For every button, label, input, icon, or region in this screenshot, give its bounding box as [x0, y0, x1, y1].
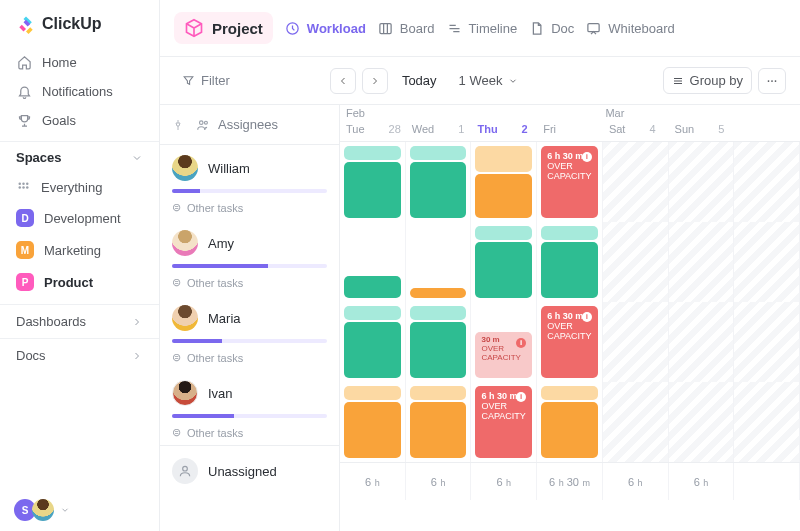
other-tasks-toggle[interactable]: ⊜Other tasks [172, 426, 327, 439]
day-cell[interactable] [669, 382, 735, 462]
task-block[interactable] [541, 226, 598, 240]
day-cell[interactable]: i 6 h 30 m OVER CAPACITY [471, 382, 537, 462]
day-cell[interactable] [734, 302, 800, 382]
other-tasks-toggle[interactable]: ⊜Other tasks [172, 276, 327, 289]
task-block[interactable] [410, 162, 467, 218]
day-cell[interactable] [406, 222, 472, 302]
day-cell[interactable] [471, 142, 537, 222]
day-cell[interactable] [340, 382, 406, 462]
task-block[interactable] [344, 322, 401, 378]
spaces-header[interactable]: Spaces [0, 141, 159, 171]
next-button[interactable] [362, 68, 388, 94]
assignee-row[interactable]: Amy ⊜Other tasks [160, 220, 339, 295]
task-block[interactable] [344, 162, 401, 218]
space-everything[interactable]: Everything [6, 173, 153, 202]
assignee-row[interactable]: William ⊜Other tasks [160, 145, 339, 220]
day-cell[interactable] [669, 302, 735, 382]
chevron-down-icon[interactable] [60, 505, 70, 515]
task-block[interactable] [344, 402, 401, 458]
day-cell[interactable] [603, 302, 669, 382]
task-block[interactable] [410, 386, 467, 400]
prev-button[interactable] [330, 68, 356, 94]
day-header[interactable]: Thu2 [471, 121, 537, 141]
overcapacity-block[interactable]: i 6 h 30 m OVER CAPACITY [541, 306, 598, 378]
nav-notifications[interactable]: Notifications [6, 77, 153, 106]
day-cell[interactable] [340, 302, 406, 382]
task-block[interactable] [344, 306, 401, 320]
tab-workload[interactable]: Workload [285, 21, 366, 36]
task-block[interactable] [410, 146, 467, 160]
task-block[interactable] [475, 174, 532, 218]
day-header[interactable]: Wed1 [406, 121, 472, 141]
tab-board[interactable]: Board [378, 21, 435, 36]
groupby-button[interactable]: Group by [663, 67, 752, 94]
overcapacity-block[interactable]: i 6 h 30 m OVER CAPACITY [541, 146, 598, 218]
task-block[interactable] [344, 276, 401, 298]
day-cell[interactable] [669, 142, 735, 222]
capacity-bar [172, 189, 327, 193]
assignee-row[interactable]: Ivan ⊜Other tasks [160, 370, 339, 445]
day-cell[interactable]: i 6 h 30 m OVER CAPACITY [537, 302, 603, 382]
day-cell[interactable] [603, 142, 669, 222]
task-block[interactable] [410, 322, 467, 378]
task-block[interactable] [541, 386, 598, 400]
sidebar-dashboards[interactable]: Dashboards [0, 304, 159, 338]
day-cell[interactable] [734, 222, 800, 302]
task-block[interactable] [541, 242, 598, 298]
space-marketing[interactable]: M Marketing [6, 234, 153, 266]
day-cell[interactable]: i 30 m OVER CAPACITY [471, 302, 537, 382]
task-block[interactable] [410, 402, 467, 458]
space-development[interactable]: D Development [6, 202, 153, 234]
day-cell[interactable] [537, 222, 603, 302]
task-block[interactable] [410, 306, 467, 320]
task-block[interactable] [475, 146, 532, 172]
overcapacity-block[interactable]: i 30 m OVER CAPACITY [475, 332, 532, 378]
project-chip[interactable]: Project [174, 12, 273, 44]
day-header[interactable]: Fri [537, 121, 603, 141]
filter-button[interactable]: Filter [174, 68, 238, 93]
space-product[interactable]: P Product [6, 266, 153, 298]
assignee-row-unassigned[interactable]: Unassigned [160, 445, 339, 490]
day-cell[interactable] [734, 382, 800, 462]
task-block[interactable] [541, 402, 598, 458]
sidebar-docs[interactable]: Docs [0, 338, 159, 372]
nav-home[interactable]: Home [6, 48, 153, 77]
day-header[interactable]: Tue28 [340, 121, 406, 141]
tab-whiteboard[interactable]: Whiteboard [586, 21, 674, 36]
other-tasks-toggle[interactable]: ⊜Other tasks [172, 201, 327, 214]
today-button[interactable]: Today [394, 68, 445, 93]
more-button[interactable] [758, 68, 786, 94]
task-block[interactable] [475, 226, 532, 240]
day-cell[interactable] [471, 222, 537, 302]
user-avatar[interactable] [32, 499, 54, 521]
day-cell[interactable] [340, 142, 406, 222]
task-block[interactable] [344, 146, 401, 160]
task-block[interactable] [410, 288, 467, 298]
task-block[interactable] [475, 242, 532, 298]
overcapacity-block[interactable]: i 6 h 30 m OVER CAPACITY [475, 386, 532, 458]
day-cell[interactable] [406, 382, 472, 462]
total-cell: 6 h [406, 463, 472, 500]
day-cell[interactable] [406, 302, 472, 382]
day-cell[interactable] [537, 382, 603, 462]
assignees-header[interactable]: Assignees [160, 105, 339, 145]
day-header[interactable]: Sat4 [603, 121, 669, 141]
day-header[interactable]: Sun5 [669, 121, 735, 141]
day-cell[interactable] [603, 222, 669, 302]
day-cell[interactable] [734, 142, 800, 222]
day-cell[interactable] [406, 142, 472, 222]
tab-doc[interactable]: Doc [529, 21, 574, 36]
day-cell[interactable]: i 6 h 30 m OVER CAPACITY [537, 142, 603, 222]
day-cell[interactable] [669, 222, 735, 302]
day-cell[interactable] [603, 382, 669, 462]
logo[interactable]: ClickUp [0, 0, 159, 46]
assignee-row[interactable]: Maria ⊜Other tasks [160, 295, 339, 370]
other-tasks-toggle[interactable]: ⊜Other tasks [172, 351, 327, 364]
day-header[interactable] [734, 121, 800, 141]
space-badge: D [16, 209, 34, 227]
tab-timeline[interactable]: Timeline [447, 21, 518, 36]
day-cell[interactable] [340, 222, 406, 302]
nav-goals[interactable]: Goals [6, 106, 153, 135]
task-block[interactable] [344, 386, 401, 400]
range-dropdown[interactable]: 1 Week [451, 68, 527, 93]
